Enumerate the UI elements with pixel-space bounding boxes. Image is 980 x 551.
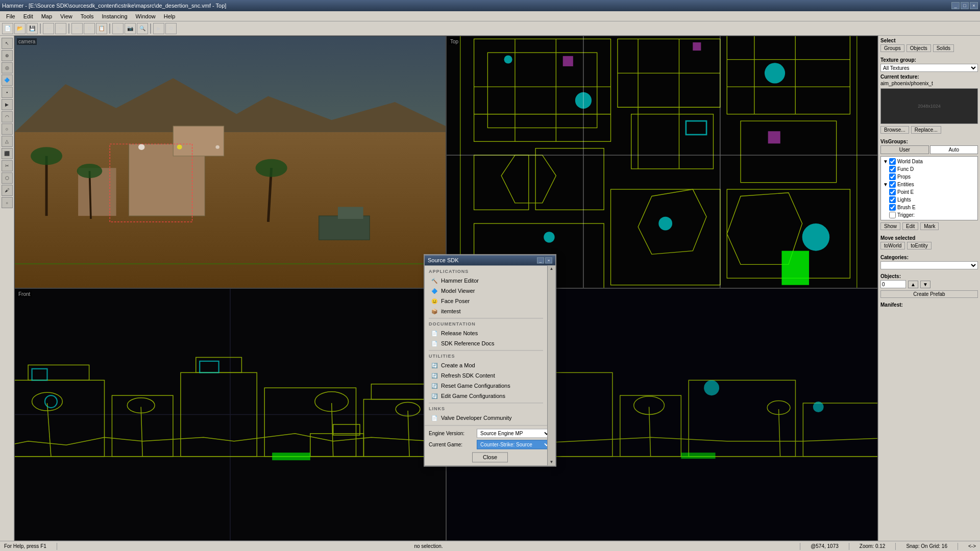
toolbar-select[interactable]: 🖱: [112, 23, 124, 34]
viewport-3d[interactable]: camera: [14, 36, 446, 288]
toolbar-cut[interactable]: ✂: [71, 23, 83, 34]
close-btn-row: Close: [429, 452, 551, 462]
tool-magnify[interactable]: ⊕: [2, 50, 13, 61]
toolbar-paste[interactable]: 📋: [96, 23, 107, 34]
model-viewer-icon: 🔷: [431, 287, 438, 294]
move-section: Move selected toWorld toEntity: [880, 235, 978, 251]
menu-instancing[interactable]: Instancing: [97, 12, 131, 20]
funcd-checkbox[interactable]: [889, 166, 896, 172]
tool-select[interactable]: ↖: [2, 38, 13, 49]
tab-user[interactable]: User: [880, 145, 929, 154]
menu-tools[interactable]: Tools: [77, 12, 98, 20]
model-viewer-item[interactable]: 🔷 Model Viewer: [425, 286, 547, 296]
categories-select[interactable]: [880, 261, 978, 269]
toolbar-undo[interactable]: ↩: [43, 23, 54, 34]
toolbar-new[interactable]: 📄: [2, 23, 13, 34]
tool-overlay[interactable]: ⬦: [2, 197, 13, 208]
objects-count-input[interactable]: [880, 280, 906, 288]
mark-btn[interactable]: Mark: [920, 222, 939, 230]
refresh-sdk-item[interactable]: 🔄 Refresh SDK Content: [425, 370, 547, 381]
menu-view[interactable]: View: [56, 12, 77, 20]
sdk-minimize-btn[interactable]: _: [537, 257, 544, 263]
scroll-up[interactable]: ▲: [549, 265, 555, 272]
reset-game-config-item[interactable]: 🔄 Reset Game Configurations: [425, 381, 547, 391]
sdk-scrollbar[interactable]: ▲ ▼: [547, 265, 555, 465]
face-poser-item[interactable]: 😐 Face Poser: [425, 296, 547, 306]
minimize-button[interactable]: _: [951, 2, 960, 9]
show-btn[interactable]: Show: [880, 222, 900, 230]
toolbar-open[interactable]: 📂: [14, 23, 26, 34]
menu-window[interactable]: Window: [132, 12, 160, 20]
toolbar-redo[interactable]: ↪: [55, 23, 66, 34]
menu-map[interactable]: Map: [37, 12, 56, 20]
toolbar-run[interactable]: ⚙: [165, 23, 177, 34]
objects-btn[interactable]: Objects: [906, 44, 931, 52]
engine-version-select[interactable]: Source Engine MP: [477, 429, 551, 438]
texture-group-select[interactable]: All Textures: [880, 64, 978, 72]
brushe-checkbox[interactable]: [889, 204, 896, 211]
props-checkbox[interactable]: [889, 173, 896, 180]
current-game-row: Current Game: Counter-Strike: Source: [429, 440, 551, 449]
status-zoom: Zoom: 0.12: [860, 543, 886, 549]
viewport-top[interactable]: Top: [446, 36, 878, 288]
sdk-close-btn-title[interactable]: ×: [545, 257, 552, 263]
close-button[interactable]: ×: [970, 2, 978, 9]
tool-wedge[interactable]: ▶: [2, 99, 13, 110]
toolbar-camera[interactable]: 📷: [125, 23, 136, 34]
valve-dev-community-item[interactable]: 📄 Valve Developer Community: [425, 413, 547, 423]
decrement-btn[interactable]: ▼: [920, 281, 930, 288]
toolbar-save[interactable]: 💾: [27, 23, 38, 34]
edit-game-config-item[interactable]: 🔄 Edit Game Configurations: [425, 391, 547, 401]
svg-point-9: [256, 159, 287, 177]
tool-clip[interactable]: ✂: [2, 160, 13, 171]
tool-cone[interactable]: △: [2, 136, 13, 147]
tool-entity[interactable]: 🔷: [2, 74, 13, 86]
worlddata-checkbox[interactable]: [889, 158, 896, 165]
tab-auto[interactable]: Auto: [930, 145, 978, 154]
status-sep1: [57, 543, 57, 550]
solids-btn[interactable]: Solids: [933, 44, 954, 52]
status-sep5: [958, 543, 958, 550]
tool-block[interactable]: ▪: [2, 87, 13, 98]
tool-camera[interactable]: ◎: [2, 62, 13, 73]
to-entity-btn[interactable]: toEntity: [907, 242, 931, 249]
entities-checkbox[interactable]: [889, 181, 896, 188]
current-game-select[interactable]: Counter-Strike: Source: [477, 440, 551, 449]
increment-btn[interactable]: ▲: [908, 281, 918, 288]
to-world-btn[interactable]: toWorld: [880, 242, 905, 249]
toolbar-compile[interactable]: ▶: [153, 23, 164, 34]
pointe-checkbox[interactable]: [889, 189, 896, 195]
tool-sphere[interactable]: ○: [2, 123, 13, 135]
tool-vertex[interactable]: ⬡: [2, 172, 13, 184]
toolbar-zoom[interactable]: 🔍: [137, 23, 148, 34]
svg-point-102: [813, 402, 824, 412]
sdk-footer: Engine Version: Source Engine MP Current…: [425, 425, 555, 465]
edit-game-config-label: Edit Game Configurations: [441, 393, 505, 399]
trigger-checkbox[interactable]: [889, 212, 896, 218]
scroll-down[interactable]: ▼: [549, 459, 555, 465]
tool-paint[interactable]: 🖌: [2, 185, 13, 196]
toolbar-copy[interactable]: ⧉: [84, 23, 95, 34]
lights-checkbox[interactable]: [889, 196, 896, 203]
refresh-sdk-icon: 🔄: [431, 372, 438, 379]
sdk-reference-docs-item[interactable]: 📄 SDK Reference Docs: [425, 338, 547, 348]
svg-rect-103: [681, 453, 715, 459]
vg-edit-btn[interactable]: Edit: [902, 222, 918, 230]
tool-cylinder[interactable]: ⬛: [2, 148, 13, 159]
create-mod-item[interactable]: 🔄 Create a Mod: [425, 360, 547, 370]
itemtest-item[interactable]: 📦 itemtest: [425, 306, 547, 316]
menu-file[interactable]: File: [2, 12, 19, 20]
replace-btn[interactable]: Replace...: [911, 126, 941, 134]
menu-help[interactable]: Help: [160, 12, 180, 20]
tool-arch[interactable]: ◠: [2, 111, 13, 122]
create-prefab-btn[interactable]: Create Prefab: [880, 290, 978, 298]
browse-btn[interactable]: Browse...: [880, 126, 909, 134]
maximize-button[interactable]: □: [961, 2, 969, 9]
release-notes-item[interactable]: 📄 Release Notes: [425, 328, 547, 338]
hammer-editor-item[interactable]: 🔨 Hammer Editor: [425, 276, 547, 286]
sdk-close-button[interactable]: Close: [472, 452, 508, 462]
menu-edit[interactable]: Edit: [19, 12, 37, 20]
select-label: Select: [880, 38, 978, 43]
groups-btn[interactable]: Groups: [880, 44, 904, 52]
viewport-bottom-left[interactable]: Front: [14, 288, 446, 541]
